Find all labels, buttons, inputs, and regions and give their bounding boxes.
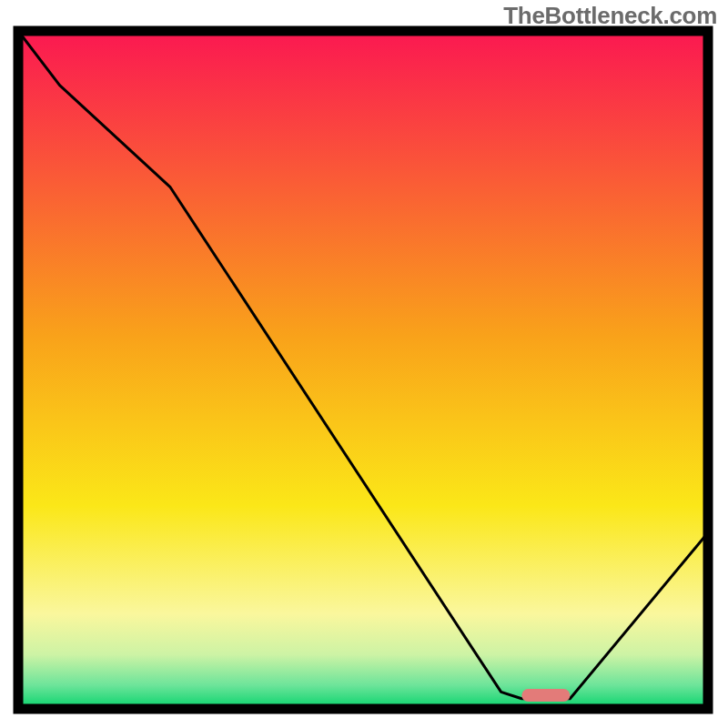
watermark-text: TheBottleneck.com: [503, 2, 717, 30]
chart-frame: TheBottleneck.com: [0, 0, 728, 728]
optimal-range-marker: [521, 689, 570, 702]
chart-background: [18, 31, 708, 709]
bottleneck-chart: [0, 0, 728, 728]
